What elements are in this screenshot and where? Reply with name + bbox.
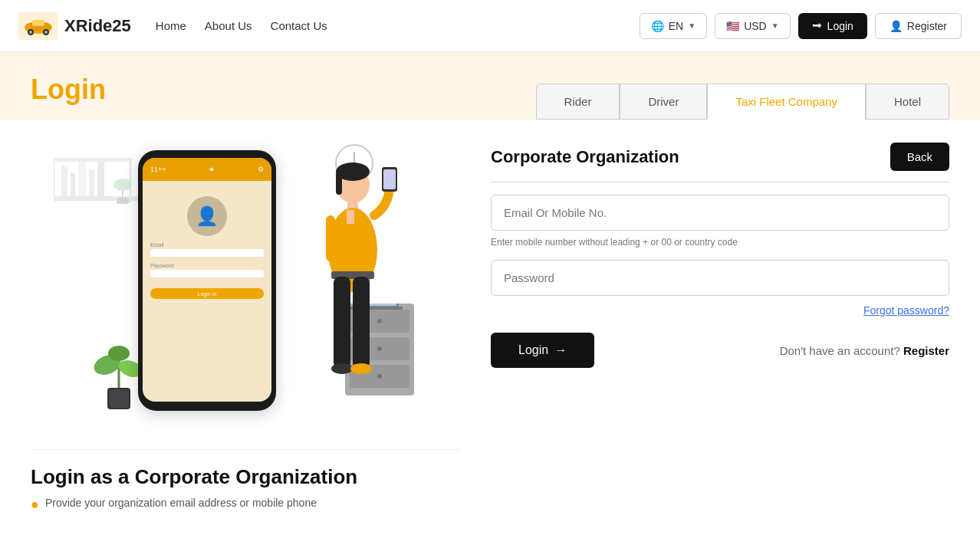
nav-links: Home About Us Contact Us	[156, 19, 640, 32]
password-field-group: Forgot password?	[491, 260, 949, 317]
language-selector[interactable]: 🌐 EN ▼	[640, 13, 707, 39]
svg-rect-9	[61, 166, 67, 196]
bottom-desc-text: Provide your organization email address …	[45, 497, 317, 509]
svg-rect-13	[97, 158, 104, 196]
tab-driver[interactable]: Driver	[620, 84, 707, 120]
email-input[interactable]	[491, 195, 949, 231]
svg-rect-33	[334, 277, 350, 369]
svg-point-35	[331, 363, 353, 374]
svg-rect-11	[78, 162, 86, 196]
currency-selector[interactable]: 🇺🇸 USD ▼	[715, 13, 790, 39]
password-input[interactable]	[491, 260, 949, 296]
illustration: 11++ ★ ⚙ 👤 Email Password Login In	[46, 135, 445, 441]
bottom-text-area: Login as a Corporate Organization ● Prov…	[31, 449, 460, 521]
arrow-right-icon: →	[554, 343, 567, 357]
form-actions: Login → Don't have an account? Register	[491, 333, 949, 368]
svg-rect-34	[353, 277, 370, 369]
form-title: Corporate Organization	[491, 147, 679, 167]
globe-icon: 🌐	[651, 20, 664, 32]
email-field-group: Enter mobile number without leading + or…	[491, 195, 949, 248]
nav-contact[interactable]: Contact Us	[271, 19, 327, 32]
tab-hotel[interactable]: Hotel	[866, 84, 949, 120]
bottom-title: Login as a Corporate Organization	[31, 465, 460, 489]
svg-rect-49	[109, 389, 129, 408]
svg-rect-26	[336, 172, 342, 195]
svg-rect-8	[54, 196, 146, 201]
svg-rect-37	[347, 210, 354, 224]
tab-rider[interactable]: Rider	[536, 84, 620, 120]
currency-chevron-icon: ▼	[771, 21, 779, 30]
svg-point-6	[44, 31, 48, 34]
register-prompt: Don't have an account? Register	[780, 344, 949, 357]
svg-rect-29	[326, 215, 335, 261]
person-illustration	[284, 143, 406, 434]
register-nav-button[interactable]: 👤 Register	[875, 13, 962, 39]
email-hint: Enter mobile number without leading + or…	[491, 237, 949, 248]
logo-text: XRide25	[64, 16, 131, 36]
user-icon: 👤	[890, 20, 903, 32]
left-side: 11++ ★ ⚙ 👤 Email Password Login In	[31, 120, 460, 521]
forgot-password-link[interactable]: Forgot password?	[863, 304, 949, 317]
nav-home[interactable]: Home	[156, 19, 186, 32]
svg-rect-12	[89, 169, 94, 196]
svg-point-17	[113, 179, 132, 191]
hero-banner: Login Rider Driver Taxi Fleet Company Ho…	[0, 52, 980, 120]
svg-point-53	[108, 346, 130, 361]
lang-chevron-icon: ▼	[688, 21, 696, 30]
currency-flag-icon: 🇺🇸	[726, 20, 739, 32]
back-button[interactable]: Back	[890, 143, 949, 171]
bottom-desc: ● Provide your organization email addres…	[31, 497, 460, 514]
login-submit-label: Login	[518, 343, 548, 357]
form-header: Corporate Organization Back	[491, 143, 949, 182]
login-submit-button[interactable]: Login →	[491, 333, 594, 368]
svg-rect-10	[71, 173, 75, 196]
svg-rect-14	[54, 158, 130, 162]
svg-point-5	[29, 31, 32, 34]
tab-taxi-fleet[interactable]: Taxi Fleet Company	[707, 84, 866, 120]
login-icon: ⮕	[812, 20, 823, 32]
right-side: Corporate Organization Back Enter mobile…	[491, 120, 949, 521]
register-nav-label: Register	[907, 20, 947, 32]
main-content: 11++ ★ ⚙ 👤 Email Password Login In	[0, 120, 980, 521]
logo-area[interactable]: XRide25	[18, 12, 131, 40]
login-nav-button[interactable]: ⮕ Login	[798, 13, 867, 39]
lang-label: EN	[669, 20, 683, 32]
bullet-icon: ●	[31, 497, 39, 514]
nav-about[interactable]: About Us	[205, 19, 252, 32]
svg-rect-7	[32, 20, 44, 26]
phone-mockup: 11++ ★ ⚙ 👤 Email Password Login In	[138, 150, 276, 411]
forgot-password-area: Forgot password?	[491, 304, 949, 317]
register-link[interactable]: Register	[903, 344, 949, 357]
bookshelf-icon	[54, 150, 146, 212]
currency-label: USD	[744, 20, 767, 32]
login-tabs: Rider Driver Taxi Fleet Company Hotel	[536, 84, 949, 120]
svg-rect-31	[383, 169, 396, 189]
dont-have-text: Don't have an account?	[780, 344, 900, 357]
login-nav-label: Login	[827, 20, 853, 32]
svg-rect-19	[117, 198, 129, 204]
logo-icon	[18, 12, 58, 40]
page-title: Login	[31, 74, 106, 106]
nav-right: 🌐 EN ▼ 🇺🇸 USD ▼ ⮕ Login 👤 Register	[640, 13, 962, 39]
navbar: XRide25 Home About Us Contact Us 🌐 EN ▼ …	[0, 0, 980, 52]
svg-point-36	[350, 363, 372, 374]
